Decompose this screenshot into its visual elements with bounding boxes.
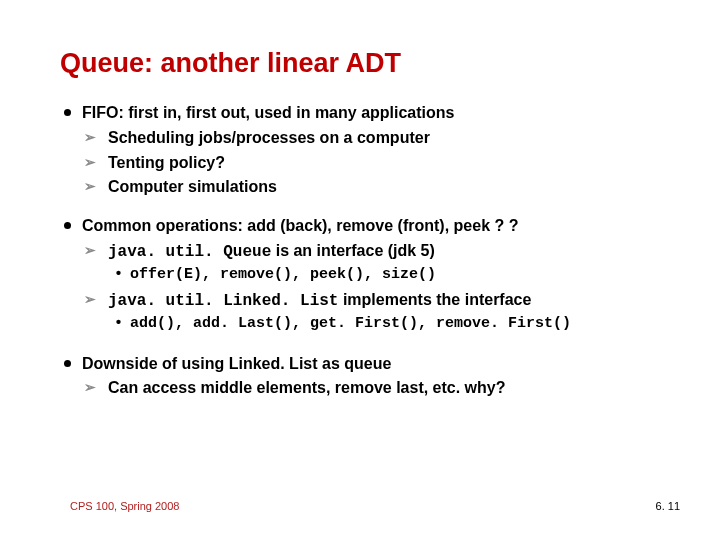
sub-simulations: Computer simulations	[82, 175, 660, 200]
text-implements: implements the interface	[338, 291, 531, 308]
sub-queue-interface: java. util. Queue is an interface (jdk 5…	[82, 239, 660, 288]
bullet-downside-text: Downside of using Linked. List as queue	[82, 355, 391, 372]
code-linkedlist: java. util. Linked. List	[108, 292, 338, 310]
footer-page-number: 6. 11	[656, 500, 680, 512]
bullet-fifo: FIFO: first in, first out, used in many …	[60, 103, 660, 200]
sub-scheduling: Scheduling jobs/processes on a computer	[82, 126, 660, 151]
subsub-linkedlist-methods: add(), add. Last(), get. First(), remove…	[108, 312, 660, 336]
sub-access-middle: Can access middle elements, remove last,…	[82, 376, 660, 401]
code-queue-methods: offer(E), remove(), peek(), size()	[108, 263, 660, 287]
bullet-operations: Common operations: add (back), remove (f…	[60, 216, 660, 337]
sublist-operations: java. util. Queue is an interface (jdk 5…	[82, 239, 660, 338]
bullet-operations-text: Common operations: add (back), remove (f…	[82, 217, 519, 234]
slide: Queue: another linear ADT FIFO: first in…	[0, 0, 720, 401]
bullet-fifo-text: FIFO: first in, first out, used in many …	[82, 104, 454, 121]
code-queue: java. util. Queue	[108, 243, 271, 261]
sub-tenting: Tenting policy?	[82, 151, 660, 176]
sublist-downside: Can access middle elements, remove last,…	[82, 376, 660, 401]
sub-linkedlist: java. util. Linked. List implements the …	[82, 288, 660, 337]
footer-course: CPS 100, Spring 2008	[70, 500, 179, 512]
bullet-downside: Downside of using Linked. List as queue …	[60, 354, 660, 402]
code-linkedlist-methods: add(), add. Last(), get. First(), remove…	[108, 312, 660, 336]
slide-title: Queue: another linear ADT	[60, 48, 660, 79]
bullet-list: FIFO: first in, first out, used in many …	[60, 103, 660, 401]
text-interface: is an interface (jdk 5)	[271, 242, 435, 259]
sublist-fifo: Scheduling jobs/processes on a computer …	[82, 126, 660, 200]
subsub-queue-methods: offer(E), remove(), peek(), size()	[108, 263, 660, 287]
